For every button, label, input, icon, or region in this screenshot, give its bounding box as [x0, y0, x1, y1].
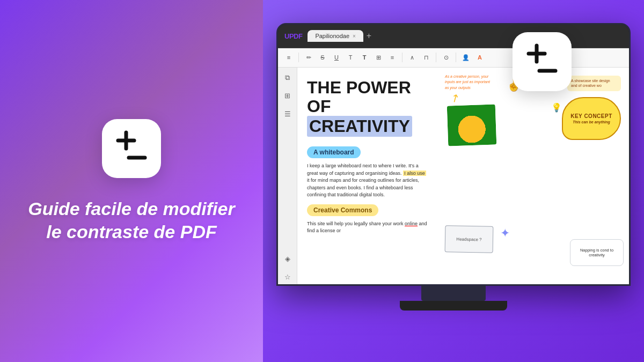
toolbar-separator3 — [436, 53, 436, 62]
active-tab[interactable]: Papilionodae × — [308, 30, 363, 42]
browser-chrome: UPDF Papilionodae × + — [278, 25, 629, 48]
toolbar-separator — [298, 53, 299, 62]
headspace-label: Headspace ? — [456, 237, 481, 242]
section2-body: This site will help you legally share yo… — [307, 220, 427, 235]
section1-badge: A whiteboard — [307, 146, 361, 158]
pdf-title-line2: CREATIVITY — [307, 116, 412, 137]
key-concept-title: KEY CONCEPT — [570, 113, 612, 119]
section1-body: I keep a large whiteboard next to where … — [307, 162, 427, 199]
creative-decorations: As a creative person, yourinputs are jus… — [442, 73, 624, 282]
pdf-title-line1: THE POWER OF — [307, 78, 411, 116]
left-panel: Guide facile de modifier le contraste de… — [0, 0, 263, 362]
section2-badge: Creative Commons — [307, 204, 378, 216]
monitor-base — [400, 301, 507, 311]
toolbar-icon-underline[interactable]: U — [331, 52, 342, 63]
toolbar-separator2 — [402, 53, 402, 62]
toolbar-icon-grid[interactable]: ⊞ — [373, 52, 384, 63]
creative-quote-text: A showcase site design and of creative w… — [571, 79, 610, 88]
napping-text: Napping is cond to creativity — [573, 248, 621, 257]
monitor: UPDF Papilionodae × + ≡ ✏ S U T T ⊞ — [276, 23, 631, 323]
right-panel: UPDF Papilionodae × + ≡ ✏ S U T T ⊞ — [263, 0, 644, 362]
sidebar-icon-layers[interactable]: ⧉ — [282, 72, 294, 84]
arrow-decoration: ↗ — [448, 90, 462, 106]
toolbar-icon-strikethrough[interactable]: S — [317, 52, 328, 63]
toolbar-icon-anchor[interactable]: ∧ — [407, 52, 418, 63]
floating-icon-box — [513, 32, 572, 91]
toolbar-separator4 — [456, 53, 456, 62]
left-title: Guide facile de modifier le contraste de… — [0, 197, 263, 243]
key-concept-sub: This can be anything — [573, 120, 610, 124]
key-concept-bubble: KEY CONCEPT This can be anything — [562, 97, 621, 140]
plus-minus-svg — [113, 130, 150, 167]
lightbulb-icon: 💡 — [551, 102, 562, 113]
monitor-stand — [421, 286, 486, 301]
creative-note-text: As a creative person, yourinputs are jus… — [445, 74, 490, 91]
new-tab-button[interactable]: + — [367, 31, 371, 41]
headspace-box: Headspace ? — [445, 225, 494, 253]
toolbar-icon-menu[interactable]: ≡ — [283, 52, 294, 63]
sidebar-icon-pages[interactable]: ⊞ — [282, 90, 294, 102]
pdf-creative-area: As a creative person, yourinputs are jus… — [437, 68, 629, 286]
pdf-content: THE POWER OF CREATIVITY A whiteboard I k… — [297, 68, 629, 286]
tab-bar: Papilionodae × + — [308, 30, 623, 42]
napping-bubble: Napping is cond to creativity — [570, 239, 624, 266]
tab-name: Papilionodae — [315, 33, 349, 39]
toolbar-icon-text2[interactable]: T — [359, 52, 370, 63]
pdf-sidebar: ⧉ ⊞ ☰ ◈ ☆ — [278, 68, 297, 286]
floating-icon-svg — [523, 43, 561, 80]
star-decoration: ✦ — [500, 226, 510, 240]
sidebar-icon-bookmark[interactable]: ☰ — [282, 108, 294, 120]
toolbar-icon-circle[interactable]: ⊙ — [441, 52, 451, 63]
toolbar-icon-user[interactable]: 👤 — [460, 52, 471, 63]
toolbar-icon-pen[interactable]: ✏ — [303, 52, 314, 63]
pdf-text-column: THE POWER OF CREATIVITY A whiteboard I k… — [297, 68, 437, 286]
browser-logo: UPDF — [284, 32, 302, 40]
content-area: ⧉ ⊞ ☰ ◈ ☆ THE POWER OF CREATIVITY A whit… — [278, 68, 629, 286]
monitor-screen: UPDF Papilionodae × + ≡ ✏ S U T T ⊞ — [276, 23, 631, 286]
toolbar-icon-color[interactable]: A — [474, 52, 485, 63]
toolbar-icon-box[interactable]: ⊓ — [421, 52, 431, 63]
sidebar-icon-star[interactable]: ☆ — [282, 271, 294, 283]
sidebar-icon-search[interactable]: ◈ — [282, 253, 294, 265]
plus-minus-icon-box — [102, 119, 161, 178]
creative-quote-box: A showcase site design and of creative w… — [567, 76, 621, 92]
toolbar-icon-text[interactable]: T — [345, 52, 356, 63]
sunflower-image — [447, 104, 497, 146]
toolbar: ≡ ✏ S U T T ⊞ ≡ ∧ ⊓ ⊙ 👤 A — [278, 48, 629, 68]
toolbar-icon-list[interactable]: ≡ — [387, 52, 398, 63]
pdf-main-title: THE POWER OF CREATIVITY — [307, 78, 427, 137]
tab-close-button[interactable]: × — [353, 33, 356, 39]
sunflower-bg — [447, 104, 497, 146]
